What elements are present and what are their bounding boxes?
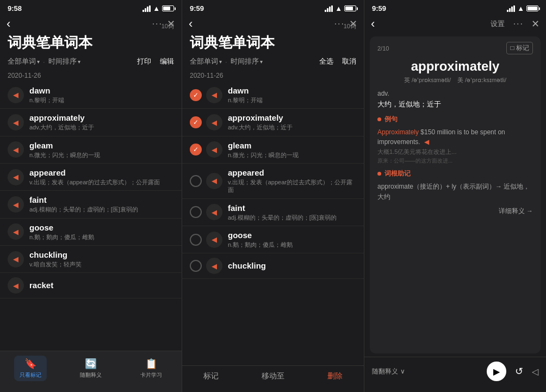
settings-button[interactable]: 设置	[491, 19, 505, 29]
check-approximately[interactable]: ✓	[190, 116, 202, 128]
more-link[interactable]: 详细释义 →	[377, 207, 533, 216]
word-info-goose: goose n.鹅；鹅肉；傻瓜；雌鹅	[29, 223, 174, 241]
word-cn-chuckling: v.暗自发笑；轻声笑	[29, 260, 174, 268]
refresh-button[interactable]: ↺	[515, 365, 523, 377]
definition-text: 大约，近似地；近于	[377, 99, 533, 109]
word-item-goose[interactable]: ◀ goose n.鹅；鹅肉；傻瓜；雌鹅	[0, 219, 182, 246]
mark-button[interactable]: 标记	[203, 371, 219, 381]
word-item-chuckling[interactable]: ◀ chuckling v.暗自发笑；轻声笑	[0, 246, 182, 273]
word-item-approximately-2[interactable]: ✓ ◀ approximately adv.大约，近似地；近于	[182, 109, 364, 136]
cardlearn-button[interactable]: 📋 卡片学习	[135, 356, 167, 381]
word-audio-icon-faint-2: ◀	[206, 204, 222, 220]
word-item-gleam-2[interactable]: ✓ ◀ gleam n.微光；闪光；瞬息的一现	[182, 136, 364, 164]
word-cn-approximately: adv.大约，近似地；近于	[29, 123, 174, 131]
check-appeared[interactable]	[190, 175, 202, 187]
word-item-appeared-2[interactable]: ◀ appeared v.出现；发表（appear的过去式形式）；公开露面	[182, 164, 364, 199]
bottom-actions-2: 标记 移动至 删除	[182, 365, 364, 392]
check-dawn[interactable]: ✓	[190, 89, 202, 101]
word-cn-faint: adj.模糊的；头晕的；虚弱的；[医]衰弱的	[29, 206, 174, 213]
more-button-3[interactable]: ···	[513, 19, 524, 29]
check-chuckling[interactable]	[190, 260, 202, 272]
cancel-button-2[interactable]: 取消	[342, 57, 356, 66]
example-highlight: Approximately	[377, 128, 419, 136]
filter-bar-2: 全部单词 ▾ · 时间排序 ▾ 全选 取消	[182, 54, 364, 70]
word-en-gleam-2: gleam	[228, 141, 356, 150]
category-arrow-icon: ▾	[37, 59, 40, 65]
panel-1: 9:58 ▲ ‹ ··· ✕ 10词 词典笔单词本 全部单词	[0, 0, 182, 392]
delete-button[interactable]: 删除	[327, 371, 343, 381]
definition-section: adv. 大约，近似地；近于	[377, 90, 533, 109]
word-cn-gleam: n.微光；闪光；瞬息的一现	[29, 151, 174, 159]
status-icons-2: ▲	[325, 4, 356, 13]
battery-icon-3	[526, 5, 538, 11]
audio-example-icon[interactable]: ◀	[424, 138, 429, 146]
battery-icon-2	[344, 5, 356, 11]
word-audio-icon-dawn-2: ◀	[206, 87, 222, 103]
mnemonic-content: approximate（接近的）+ ly（表示副词）→ 近似地，大约	[377, 182, 533, 202]
word-item-chuckling-2[interactable]: ◀ chuckling	[182, 253, 364, 279]
word-item-appeared[interactable]: ◀ appeared v.出现；发表（appear的过去式形式）；公开露面	[0, 164, 182, 191]
status-icons-3: ▲	[507, 4, 538, 13]
word-en-goose: goose	[29, 223, 174, 232]
word-count-1: 10词	[162, 22, 174, 30]
status-icons-1: ▲	[142, 4, 174, 13]
sort-filter[interactable]: 时间排序 ▾	[48, 57, 80, 66]
pron-us: 美 /əˈprɑːksɪmətli/	[457, 76, 506, 84]
back-button-1[interactable]: ‹	[7, 17, 10, 31]
word-audio-icon-appeared: ◀	[8, 169, 24, 185]
word-info-faint: faint adj.模糊的；头晕的；虚弱的；[医]衰弱的	[29, 195, 174, 213]
page-title-2: 词典笔单词本	[190, 34, 356, 51]
select-all-button[interactable]: 全选	[319, 57, 333, 66]
word-info-chuckling: chuckling v.暗自发笑；轻声笑	[29, 250, 174, 268]
close-button-3[interactable]: ✕	[531, 18, 539, 30]
play-button[interactable]: ▶	[487, 362, 506, 381]
mnemonic-title: 词根助记	[384, 169, 411, 178]
word-cn-goose: n.鹅；鹅肉；傻瓜；雌鹅	[29, 233, 174, 241]
move-button[interactable]: 移动至	[262, 371, 284, 381]
status-bar-2: 9:59 ▲	[182, 0, 364, 15]
back-button-2[interactable]: ‹	[189, 17, 193, 31]
category-arrow-icon-2: ▾	[219, 59, 222, 65]
panel-2: 9:59 ▲ ‹ ··· ✕ 10词 词典笔单词本 全部单词	[182, 0, 364, 392]
word-item-approximately[interactable]: ◀ approximately adv.大约，近似地；近于	[0, 109, 182, 136]
word-item-racket[interactable]: ◀ racket	[0, 273, 182, 298]
word-audio-icon-chuckling: ◀	[8, 251, 24, 267]
definition-label: 随翻释义	[80, 371, 102, 379]
print-button[interactable]: 打印	[137, 57, 151, 66]
word-en-chuckling-2: chuckling	[228, 261, 356, 270]
category-filter[interactable]: 全部单词 ▾	[8, 57, 40, 66]
flashcard-button[interactable]: 🔖 只看标记	[14, 356, 47, 381]
definition-button[interactable]: 🔄 随翻释义	[75, 356, 107, 381]
word-cn-gleam-2: n.微光；闪光；瞬息的一现	[228, 151, 356, 159]
word-cn-appeared: v.出现；发表（appear的过去式形式）；公开露面	[29, 178, 174, 186]
word-info-approximately: approximately adv.大约，近似地；近于	[29, 113, 174, 131]
flashcard-icon: 🔖	[24, 358, 36, 370]
word-item-dawn-2[interactable]: ✓ ◀ dawn n.黎明；开端	[182, 82, 364, 109]
word-item-faint[interactable]: ◀ faint adj.模糊的；头晕的；虚弱的；[医]衰弱的	[0, 191, 182, 218]
volume-button[interactable]: ◁	[532, 366, 538, 377]
check-faint[interactable]	[190, 206, 202, 218]
word-item-goose-2[interactable]: ◀ goose n.鹅；鹅肉；傻瓜；雌鹅	[182, 226, 364, 253]
cardlearn-icon: 📋	[145, 358, 157, 370]
card-progress: 2/10 □ 标记	[377, 42, 533, 54]
nav-bar-3: ‹ 设置 ··· ✕	[364, 15, 546, 33]
bottom-mode-selector[interactable]: 随翻释义 ∨	[372, 367, 405, 376]
word-audio-icon-goose-2: ◀	[206, 232, 222, 248]
word-cn-dawn-2: n.黎明；开端	[228, 96, 356, 104]
check-goose[interactable]	[190, 234, 202, 246]
sort-arrow-icon-2: ▾	[260, 59, 263, 65]
status-bar-1: 9:58 ▲	[0, 0, 182, 15]
bookmark-button[interactable]: □ 标记	[506, 42, 533, 54]
divider-2: ·	[225, 58, 227, 66]
category-filter-2[interactable]: 全部单词 ▾	[190, 57, 222, 66]
edit-button[interactable]: 编辑	[160, 57, 174, 66]
word-item-gleam[interactable]: ◀ gleam n.微光；闪光；瞬息的一现	[0, 136, 182, 164]
word-item-faint-2[interactable]: ◀ faint adj.模糊的；头晕的；虚弱的；[医]衰弱的	[182, 199, 364, 226]
sort-filter-2[interactable]: 时间排序 ▾	[231, 57, 263, 66]
check-gleam[interactable]: ✓	[190, 144, 202, 155]
status-bar-3: 9:59 ▲	[364, 0, 546, 15]
word-item-dawn[interactable]: ◀ dawn n.黎明；开端	[0, 82, 182, 109]
back-button-3[interactable]: ‹	[371, 17, 375, 31]
signal-icon	[142, 5, 151, 12]
word-en-goose-2: goose	[228, 231, 356, 240]
